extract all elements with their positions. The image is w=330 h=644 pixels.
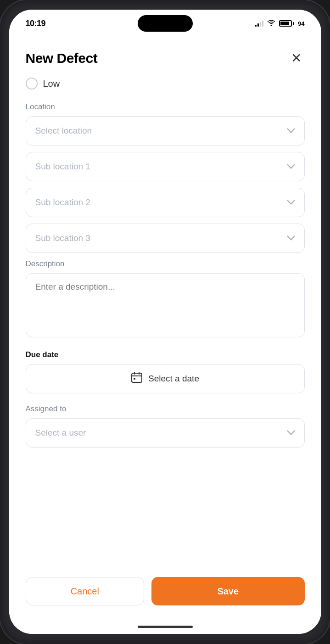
assigned-to-section: Assigned to Select a user xyxy=(26,404,305,448)
close-button[interactable]: ✕ xyxy=(288,50,305,67)
assigned-to-label: Assigned to xyxy=(26,404,305,414)
wifi-icon xyxy=(267,20,275,28)
select-location-dropdown[interactable]: Select location xyxy=(26,116,305,146)
signal-bar-2 xyxy=(257,23,259,27)
sub-location-2-dropdown[interactable]: Sub location 2 xyxy=(26,188,305,217)
dynamic-island xyxy=(138,15,193,32)
due-date-section: Due date Select a date xyxy=(26,350,305,393)
status-time: 10:19 xyxy=(26,19,46,28)
priority-row: Low xyxy=(26,78,305,90)
sub-location-1-dropdown[interactable]: Sub location 1 xyxy=(26,152,305,181)
sub-location-3-dropdown[interactable]: Sub location 3 xyxy=(26,224,305,253)
sub-location-3-placeholder: Sub location 3 xyxy=(35,233,90,243)
battery-icon xyxy=(279,20,294,27)
form-header: New Defect ✕ xyxy=(26,37,305,78)
priority-radio[interactable] xyxy=(26,78,38,90)
phone-frame: 10:19 xyxy=(0,0,330,644)
signal-bar-1 xyxy=(255,25,257,27)
page-title: New Defect xyxy=(26,50,98,66)
svg-rect-1 xyxy=(134,378,135,380)
status-icons: 94 xyxy=(255,20,304,28)
battery-percent: 94 xyxy=(298,20,304,27)
signal-bar-3 xyxy=(260,22,261,27)
due-date-label: Due date xyxy=(26,350,305,359)
select-user-dropdown[interactable]: Select a user xyxy=(26,418,305,448)
location-section: Location Select location Sub location 1 xyxy=(26,102,305,253)
cancel-button[interactable]: Cancel xyxy=(26,577,145,605)
calendar-icon xyxy=(131,371,143,386)
home-bar xyxy=(138,626,193,628)
close-icon: ✕ xyxy=(291,52,302,65)
signal-icon xyxy=(255,20,263,27)
save-button[interactable]: Save xyxy=(151,577,304,605)
date-picker-button[interactable]: Select a date xyxy=(26,364,305,393)
select-user-placeholder: Select a user xyxy=(35,428,86,438)
main-content: New Defect ✕ Low Location Select locatio… xyxy=(9,37,321,568)
location-section-label: Location xyxy=(26,102,305,112)
description-input[interactable] xyxy=(26,273,305,337)
status-bar: 10:19 xyxy=(9,10,321,37)
bottom-actions: Cancel Save xyxy=(9,568,321,619)
date-picker-text: Select a date xyxy=(148,374,199,384)
priority-label: Low xyxy=(43,78,60,89)
description-section: Description xyxy=(26,259,305,339)
chevron-down-icon xyxy=(287,162,295,171)
screen: 10:19 xyxy=(9,10,321,634)
chevron-down-icon xyxy=(287,234,295,242)
home-indicator xyxy=(9,619,321,634)
sub-location-1-placeholder: Sub location 1 xyxy=(35,162,90,172)
description-section-label: Description xyxy=(26,259,305,269)
svg-rect-0 xyxy=(132,373,142,382)
select-location-placeholder: Select location xyxy=(35,126,92,136)
chevron-down-icon xyxy=(287,429,295,437)
chevron-down-icon xyxy=(287,198,295,207)
chevron-down-icon xyxy=(287,127,295,135)
sub-location-2-placeholder: Sub location 2 xyxy=(35,197,90,207)
signal-bar-4 xyxy=(262,21,263,27)
